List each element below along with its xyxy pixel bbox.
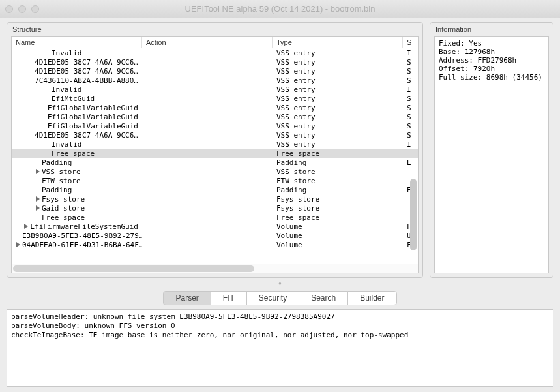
- disclosure-triangle-icon: [16, 233, 21, 238]
- table-row[interactable]: EfiGlobalVariableGuidVSS entryS: [12, 103, 418, 112]
- table-row[interactable]: PaddingPaddingE: [12, 185, 418, 194]
- tab-fit[interactable]: FIT: [211, 291, 247, 305]
- row-subtype: E: [403, 158, 412, 167]
- structure-table[interactable]: Name Action Type S InvalidVSS entryI4D1E…: [11, 36, 419, 273]
- table-row[interactable]: InvalidVSS entryI: [12, 85, 418, 94]
- row-type: Volume: [273, 232, 403, 240]
- table-row[interactable]: 4D1EDE05-38C7-4A6A-9CC6…VSS entryS: [12, 67, 418, 76]
- tab-search[interactable]: Search: [299, 291, 348, 305]
- table-row[interactable]: FTW storeFTW store: [12, 176, 418, 185]
- tab-builder[interactable]: Builder: [347, 291, 396, 305]
- row-type: VSS entry: [273, 122, 403, 130]
- titlebar: UEFITool NE alpha 59 (Oct 14 2021) - boo…: [0, 0, 560, 18]
- row-type: VSS store: [273, 168, 403, 176]
- row-type: VSS entry: [273, 76, 403, 85]
- table-row[interactable]: 4D1EDE05-38C7-4A6A-9CC6…VSS entryS: [12, 130, 418, 140]
- row-subtype: S: [403, 95, 412, 103]
- log-panel[interactable]: parseVolumeHeader: unknown file system E…: [7, 309, 553, 387]
- column-header-s[interactable]: S: [403, 37, 412, 48]
- row-type: VSS entry: [273, 85, 403, 94]
- table-row[interactable]: 04ADEEAD-61FF-4D31-B6BA-64F…VolumeF: [12, 240, 418, 249]
- svg-marker-2: [36, 205, 40, 211]
- disclosure-triangle-icon: [41, 123, 46, 128]
- row-name: Padding: [42, 158, 72, 167]
- table-row[interactable]: Free spaceFree space: [12, 149, 418, 158]
- splitter-handle[interactable]: ●: [7, 282, 553, 287]
- row-name: Invalid: [52, 49, 81, 57]
- row-subtype: S: [403, 67, 412, 76]
- row-type: Volume: [273, 222, 403, 231]
- row-subtype: I: [403, 85, 412, 94]
- row-name: Invalid: [52, 85, 81, 94]
- svg-marker-1: [36, 196, 40, 202]
- zoom-icon[interactable]: [31, 5, 39, 13]
- tab-parser[interactable]: Parser: [163, 291, 211, 305]
- row-type: VSS entry: [273, 140, 403, 149]
- information-panel: Information Fixed: Yes Base: 127968h Add…: [430, 22, 553, 278]
- table-row[interactable]: Gaid storeFsys store: [12, 204, 418, 213]
- table-row[interactable]: 4D1EDE05-38C7-4A6A-9CC6…VSS entryS: [12, 57, 418, 67]
- table-row[interactable]: 7C436110-AB2A-4BBB-A880…VSS entryS: [12, 76, 418, 85]
- disclosure-triangle-icon[interactable]: [16, 242, 21, 247]
- table-row[interactable]: EfiGlobalVariableGuidVSS entryS: [12, 121, 418, 130]
- table-row[interactable]: PaddingPaddingE: [12, 158, 418, 167]
- row-type: VSS entry: [273, 67, 403, 76]
- row-type: Volume: [273, 241, 403, 249]
- column-header-name[interactable]: Name: [12, 37, 142, 48]
- close-icon[interactable]: [5, 5, 13, 13]
- table-row[interactable]: EfiFirmwareFileSystemGuidVolumeF: [12, 222, 418, 231]
- row-subtype: S: [403, 122, 412, 130]
- row-type: VSS entry: [273, 131, 403, 140]
- window-title: UEFITool NE alpha 59 (Oct 14 2021) - boo…: [0, 4, 560, 14]
- table-row[interactable]: EfiGlobalVariableGuidVSS entryS: [12, 112, 418, 121]
- disclosure-triangle-icon[interactable]: [35, 205, 40, 211]
- disclosure-triangle-icon: [35, 160, 40, 165]
- table-row[interactable]: Fsys storeFsys store: [12, 194, 418, 204]
- horizontal-scrollbar[interactable]: [12, 264, 418, 273]
- bottom-tabs: Parser FIT Security Search Builder: [7, 291, 553, 305]
- row-name: Free space: [52, 149, 95, 158]
- table-body[interactable]: InvalidVSS entryI4D1EDE05-38C7-4A6A-9CC6…: [12, 48, 418, 264]
- table-row[interactable]: EfiMtcGuidVSS entryS: [12, 94, 418, 103]
- table-row[interactable]: InvalidVSS entryI: [12, 48, 418, 57]
- row-subtype: I: [403, 140, 412, 149]
- row-name: 4D1EDE05-38C7-4A6A-9CC6…: [35, 67, 138, 76]
- disclosure-triangle-icon[interactable]: [23, 224, 29, 229]
- row-name: Free space: [42, 213, 85, 222]
- row-type: Padding: [273, 186, 403, 194]
- disclosure-triangle-icon[interactable]: [35, 196, 40, 202]
- horizontal-scrollbar-thumb[interactable]: [13, 265, 254, 272]
- disclosure-triangle-icon[interactable]: [35, 169, 40, 174]
- svg-marker-3: [24, 224, 28, 229]
- disclosure-triangle-icon: [45, 87, 50, 92]
- row-subtype: S: [403, 76, 412, 85]
- row-type: Padding: [273, 158, 403, 167]
- disclosure-triangle-icon: [41, 105, 46, 110]
- window-controls: [5, 5, 39, 13]
- row-type: Fsys store: [273, 195, 403, 204]
- tab-security[interactable]: Security: [246, 291, 299, 305]
- row-subtype: I: [403, 49, 412, 57]
- svg-marker-0: [36, 169, 40, 174]
- disclosure-triangle-icon: [35, 178, 40, 183]
- disclosure-triangle-icon: [45, 142, 50, 147]
- table-row[interactable]: E3B980A9-5FE3-48E5-9B92-279…VolumeU: [12, 231, 418, 240]
- table-row[interactable]: VSS storeVSS store: [12, 167, 418, 176]
- row-subtype: S: [403, 113, 412, 121]
- information-body[interactable]: Fixed: Yes Base: 127968h Address: FFD279…: [434, 36, 549, 273]
- table-row[interactable]: InvalidVSS entryI: [12, 140, 418, 149]
- disclosure-triangle-icon: [45, 151, 50, 156]
- structure-panel-title: Structure: [7, 23, 422, 35]
- column-header-type[interactable]: Type: [273, 37, 403, 48]
- minimize-icon[interactable]: [18, 5, 26, 13]
- disclosure-triangle-icon: [35, 187, 40, 192]
- column-header-action[interactable]: Action: [142, 37, 273, 48]
- row-type: VSS entry: [273, 58, 403, 67]
- structure-panel: Structure Name Action Type S InvalidVSS …: [7, 22, 423, 278]
- row-name: VSS store: [42, 168, 81, 176]
- table-row[interactable]: Free spaceFree space: [12, 213, 418, 222]
- vertical-scrollbar[interactable]: [410, 179, 417, 250]
- row-type: VSS entry: [273, 49, 403, 57]
- disclosure-triangle-icon: [28, 78, 33, 83]
- row-type: FTW store: [273, 177, 403, 185]
